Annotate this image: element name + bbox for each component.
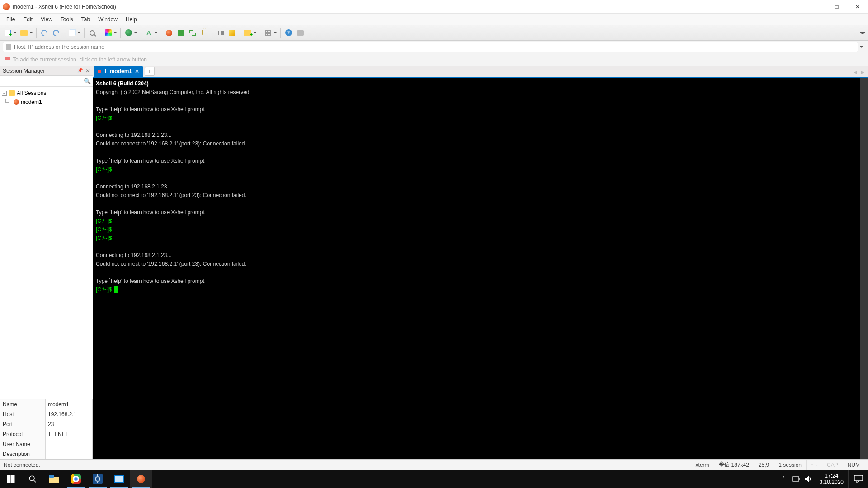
toolbar-separator	[240, 28, 240, 38]
font-button[interactable]: A	[144, 28, 158, 38]
prop-row: Description	[0, 449, 93, 459]
toolbar-separator	[141, 28, 141, 38]
new-session-button[interactable]	[3, 28, 17, 38]
svg-rect-21	[115, 476, 123, 482]
prop-key: Protocol	[0, 429, 46, 439]
search-icon[interactable]: 🔍	[84, 78, 91, 84]
keyboard-button[interactable]	[215, 28, 225, 38]
help-button[interactable]: ?	[283, 28, 293, 38]
app-logo-icon	[3, 3, 10, 10]
window-maximize-button[interactable]: □	[826, 0, 847, 14]
clock-date: 3.10.2020	[820, 479, 844, 485]
toolbar: A ?	[0, 25, 868, 41]
toolbar-separator	[161, 28, 161, 38]
toolbar-separator	[120, 28, 121, 38]
prop-val: TELNET	[46, 429, 93, 439]
tab-prev-button[interactable]: ◄	[853, 69, 858, 75]
find-button[interactable]	[87, 28, 97, 38]
status-connection: Not connected.	[4, 462, 40, 468]
address-input-wrapper[interactable]	[3, 42, 858, 52]
open-session-button[interactable]	[19, 28, 33, 38]
taskbar-xshell-button[interactable]	[130, 470, 152, 488]
new-tab-button[interactable]: +	[145, 67, 155, 76]
taskbar-settings-button[interactable]	[87, 470, 108, 488]
address-dropdown-button[interactable]	[858, 44, 865, 50]
svg-rect-6	[49, 477, 59, 483]
reconnect-button[interactable]	[39, 28, 49, 38]
menu-help[interactable]: Help	[122, 15, 141, 24]
svg-rect-22	[793, 477, 799, 481]
tree-root[interactable]: − All Sessions	[1, 89, 92, 98]
prop-val: 23	[46, 419, 93, 429]
menu-window[interactable]: Window	[94, 15, 121, 24]
window-minimize-button[interactable]: ‒	[806, 0, 826, 14]
tab-bar: 1 modem1 ✕ + ◄ ►	[93, 66, 868, 78]
toolbar-separator	[64, 28, 64, 38]
toolbar-overflow-button[interactable]	[860, 30, 865, 36]
highlight-button[interactable]	[227, 28, 237, 38]
lock-button[interactable]	[199, 28, 209, 38]
start-button[interactable]	[0, 470, 22, 488]
close-panel-button[interactable]: ✕	[85, 68, 90, 74]
host-icon	[6, 44, 11, 50]
prop-row: Port23	[0, 419, 93, 429]
session-tab[interactable]: 1 modem1 ✕	[94, 66, 143, 77]
flag-icon	[5, 57, 10, 62]
taskbar-chrome-button[interactable]	[65, 470, 87, 488]
toolbar-separator	[280, 28, 281, 38]
tab-index: 1	[104, 68, 107, 75]
menu-view[interactable]: View	[37, 15, 56, 24]
menu-file[interactable]: File	[3, 15, 19, 24]
menu-edit[interactable]: Edit	[19, 15, 36, 24]
svg-rect-7	[49, 475, 54, 478]
tray-network-icon[interactable]	[790, 470, 802, 488]
copy-button[interactable]	[67, 28, 81, 38]
svg-rect-1	[11, 475, 15, 479]
terminal-prompt: [C:\~]$	[96, 218, 113, 224]
svg-point-4	[29, 476, 34, 481]
prop-row: ProtocolTELNET	[0, 429, 93, 439]
terminal-cursor	[114, 286, 118, 293]
clock-time: 17:24	[820, 473, 844, 479]
tab-close-button[interactable]: ✕	[135, 68, 139, 75]
tree-session-item[interactable]: modem1	[1, 98, 92, 107]
system-clock[interactable]: 17:24 3.10.2020	[815, 473, 848, 485]
window-close-button[interactable]: ✕	[847, 0, 868, 14]
session-tree: − All Sessions modem1	[0, 87, 93, 399]
terminal[interactable]: Xshell 6 (Build 0204) Copyright (c) 2002…	[93, 78, 868, 459]
address-input[interactable]	[14, 44, 855, 50]
tray-expand-button[interactable]: ˄	[777, 470, 790, 488]
xshell-button[interactable]	[164, 28, 174, 38]
prop-key: Port	[0, 419, 46, 429]
menu-tools[interactable]: Tools	[57, 15, 77, 24]
status-terminal-size: �信 187x42	[714, 460, 754, 470]
terminal-line: Connecting to 192.168.2.1:23...	[96, 183, 171, 190]
toolbar-separator	[100, 28, 100, 38]
taskbar-app-button[interactable]	[108, 470, 130, 488]
status-cursor-pos: 25,9	[754, 460, 774, 470]
svg-rect-2	[7, 479, 11, 483]
layout-button[interactable]	[263, 28, 278, 38]
hint-bar: To add the current session, click on the…	[0, 53, 868, 66]
notification-button[interactable]	[848, 470, 868, 488]
new-folder-button[interactable]	[243, 28, 257, 38]
terminal-scrollbar[interactable]	[860, 78, 868, 459]
disconnect-button[interactable]	[51, 28, 61, 38]
taskbar-search-button[interactable]	[22, 470, 43, 488]
menu-tab[interactable]: Tab	[78, 15, 94, 24]
chat-button[interactable]	[295, 28, 305, 38]
terminal-prompt: [C:\~]$	[96, 115, 113, 121]
color-scheme-button[interactable]	[103, 28, 118, 38]
xftp-button[interactable]	[176, 28, 186, 38]
menu-bar: File Edit View Tools Tab Window Help	[0, 14, 868, 25]
globe-button[interactable]	[123, 28, 138, 38]
tray-volume-icon[interactable]	[802, 470, 815, 488]
terminal-line: Could not connect to '192.168.2.1' (port…	[96, 261, 246, 267]
taskbar-explorer-button[interactable]	[43, 470, 65, 488]
pin-icon[interactable]: 📌	[77, 68, 83, 74]
tab-next-button[interactable]: ►	[860, 69, 865, 75]
fullscreen-button[interactable]	[188, 28, 198, 38]
session-search-input[interactable]	[2, 78, 84, 84]
toolbar-separator	[84, 28, 85, 38]
prop-row: User Name	[0, 439, 93, 449]
